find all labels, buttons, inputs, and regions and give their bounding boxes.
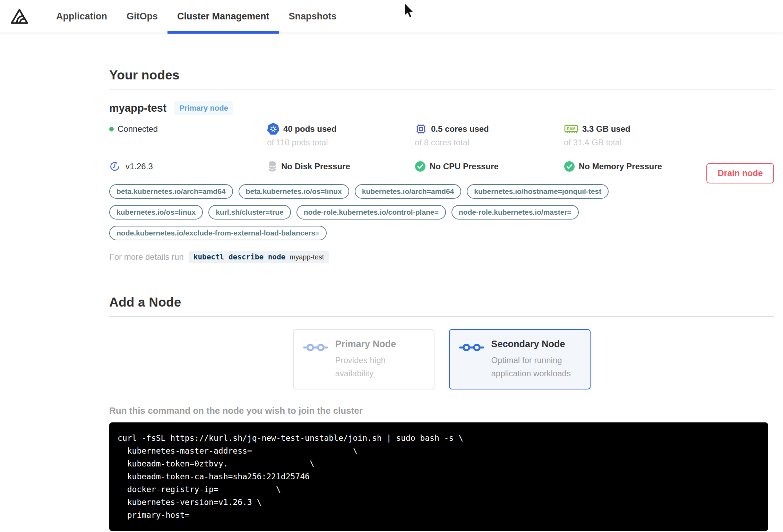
section-divider bbox=[109, 316, 774, 317]
kubectl-command: kubectl describe node bbox=[193, 253, 286, 261]
node-type-options: Primary Node Provides high availability bbox=[109, 329, 774, 389]
node-labels: beta.kubernetes.io/arch=amd64 beta.kuber… bbox=[109, 184, 692, 240]
svg-text:RAM: RAM bbox=[567, 127, 575, 131]
cpu-chip-icon bbox=[415, 123, 427, 135]
check-circle-icon bbox=[415, 161, 426, 172]
pods-total-label: of 110 pods total bbox=[267, 138, 328, 147]
tab-application[interactable]: Application bbox=[46, 0, 117, 33]
command-line: docker-registry-ip= \ bbox=[118, 483, 760, 496]
tab-gitops[interactable]: GitOps bbox=[117, 0, 167, 33]
section-divider bbox=[109, 89, 774, 89]
memory-total-label: of 31.4 GB total bbox=[564, 138, 622, 147]
pods-stat: 40 pods used bbox=[267, 123, 415, 135]
memory-stat: RAM 3.3 GB used bbox=[564, 123, 774, 135]
memory-used-label: 3.3 GB used bbox=[582, 124, 630, 134]
ram-icon: RAM bbox=[564, 123, 578, 135]
secondary-node-option[interactable]: Secondary Node Optimal for running appli… bbox=[449, 329, 591, 389]
cpu-pressure: No CPU Pressure bbox=[415, 161, 564, 172]
nodes-chain-icon bbox=[303, 342, 328, 389]
version-label: v1.26.3 bbox=[126, 162, 153, 171]
primary-node-badge: Primary node bbox=[174, 101, 233, 115]
replicated-logo-icon bbox=[10, 8, 28, 25]
cores-stat: 0.5 cores used bbox=[415, 123, 564, 135]
main-content: Your nodes myapp-test Primary node Conne… bbox=[0, 68, 783, 532]
command-line: kubeadm-token-ca-hash=sha256:221d25746 bbox=[118, 470, 760, 483]
secondary-node-option-subtitle: Optimal for running application workload… bbox=[491, 354, 571, 380]
drain-node-button[interactable]: Drain node bbox=[706, 163, 774, 183]
pods-used-label: 40 pods used bbox=[283, 124, 336, 134]
node-name: myapp-test bbox=[109, 102, 166, 114]
command-line: curl -fsSL https://kurl.sh/jq-new-test-u… bbox=[118, 432, 760, 445]
node-status: Connected bbox=[109, 123, 267, 135]
disk-icon bbox=[267, 161, 277, 172]
node-label-pill: kurl.sh/cluster=true bbox=[208, 205, 291, 220]
your-nodes-title: Your nodes bbox=[109, 68, 783, 83]
tab-snapshots[interactable]: Snapshots bbox=[279, 0, 346, 33]
node-name-row: myapp-test Primary node bbox=[109, 101, 774, 115]
node-label-pill: node-role.kubernetes.io/master= bbox=[451, 205, 579, 220]
primary-node-option-subtitle: Provides high availability bbox=[335, 354, 415, 380]
disk-pressure: No Disk Pressure bbox=[267, 161, 415, 172]
cpu-pressure-label: No CPU Pressure bbox=[430, 162, 499, 171]
node-label-pill: kubernetes.io/os=linux bbox=[109, 205, 203, 220]
node-label-pill: kubernetes.io/hostname=jonquil-test bbox=[467, 184, 609, 199]
cores-total-label: of 8 cores total bbox=[415, 138, 469, 147]
details-prefix-label: For more details run bbox=[109, 252, 184, 262]
details-hint: For more details run kubectl describe no… bbox=[109, 251, 774, 263]
command-line: kubeadm-token=0ztbvy. \ bbox=[118, 457, 760, 470]
join-command-block: curl -fsSL https://kurl.sh/jq-new-test-u… bbox=[109, 422, 768, 531]
command-line: kubernetes-master-address= \ bbox=[118, 445, 760, 457]
run-command-hint: Run this command on the node you wish to… bbox=[109, 405, 783, 416]
kubectl-node-name: myapp-test bbox=[290, 253, 324, 261]
node-label-pill: node.kubernetes.io/exclude-from-external… bbox=[109, 226, 327, 240]
nav-tabs: Application GitOps Cluster Management Sn… bbox=[46, 0, 346, 33]
node-stats-grid: Connected bbox=[109, 123, 774, 172]
kubernetes-pods-icon bbox=[267, 123, 279, 135]
node-label-pill: beta.kubernetes.io/os=linux bbox=[239, 184, 349, 199]
check-circle-icon bbox=[564, 161, 575, 172]
add-node-title: Add a Node bbox=[109, 295, 783, 310]
kubectl-describe-chip: kubectl describe node myapp-test bbox=[189, 251, 329, 263]
node-label-pill: beta.kubernetes.io/arch=amd64 bbox=[109, 184, 233, 199]
empty-cell bbox=[109, 138, 267, 147]
disk-pressure-label: No Disk Pressure bbox=[281, 162, 350, 171]
node-card: myapp-test Primary node Connected bbox=[109, 101, 774, 263]
primary-node-option-title: Primary Node bbox=[335, 339, 415, 350]
connected-dot-icon bbox=[109, 127, 114, 131]
memory-pressure-label: No Memory Pressure bbox=[579, 162, 662, 171]
nodes-chain-icon bbox=[459, 342, 484, 389]
your-nodes-section: Your nodes myapp-test Primary node Conne… bbox=[109, 68, 783, 263]
command-line: kubernetes-version=v1.26.3 \ bbox=[118, 496, 760, 509]
version-clock-icon bbox=[109, 161, 120, 172]
node-label-pill: node-role.kubernetes.io/control-plane= bbox=[296, 205, 446, 220]
cores-used-label: 0.5 cores used bbox=[431, 124, 489, 134]
add-node-section: Add a Node Primary Nod bbox=[109, 295, 783, 532]
command-line: primary-host= bbox=[118, 509, 760, 522]
node-version: v1.26.3 bbox=[109, 161, 267, 172]
primary-node-option[interactable]: Primary Node Provides high availability bbox=[293, 329, 434, 389]
tab-cluster-management[interactable]: Cluster Management bbox=[167, 0, 279, 33]
node-label-pill: kubernetes.io/arch=amd64 bbox=[355, 184, 462, 199]
top-navbar: Application GitOps Cluster Management Sn… bbox=[0, 0, 783, 33]
secondary-node-option-title: Secondary Node bbox=[491, 339, 571, 350]
connected-label: Connected bbox=[118, 124, 158, 134]
